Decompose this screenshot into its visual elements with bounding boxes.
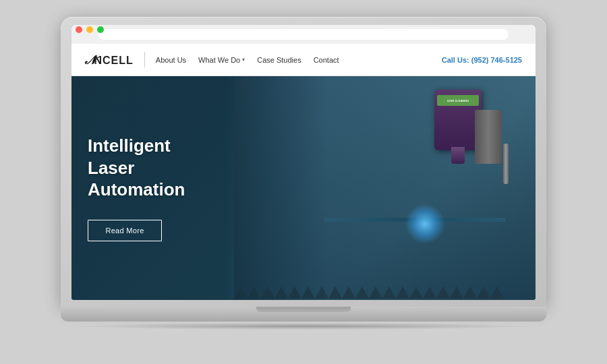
machine-label: LENS CLEANING: [437, 95, 479, 106]
logo-text: NCELL: [94, 55, 134, 66]
logo-area: 𝒩NCELL: [85, 52, 145, 67]
laptop-base: [61, 307, 546, 322]
nav-what-we-do[interactable]: What We Do ▾: [198, 56, 245, 64]
maximize-dot[interactable]: [97, 26, 104, 33]
machine-arm: [503, 144, 509, 184]
close-dot[interactable]: [76, 26, 82, 33]
spike: [355, 286, 369, 299]
hero-section: LENS CLEANING: [71, 76, 536, 300]
laser-glow: [405, 204, 445, 244]
hero-title-line1: Intelligent: [88, 135, 171, 156]
hero-title-line2: Laser: [88, 158, 134, 178]
logo-n-icon: 𝒩: [85, 53, 94, 67]
chevron-down-icon: ▾: [242, 57, 245, 63]
traffic-lights: [76, 26, 104, 33]
spike: [409, 286, 423, 299]
hero-title-line3: Automation: [88, 179, 185, 200]
machine-nozzle: [451, 147, 465, 164]
spike: [463, 286, 477, 299]
hero-content: Intelligent Laser Automation Read More: [71, 76, 326, 300]
spike: [369, 286, 382, 299]
read-more-button[interactable]: Read More: [88, 220, 162, 241]
nav-case-studies[interactable]: Case Studies: [257, 56, 301, 64]
spike: [342, 286, 355, 299]
site-navbar: 𝒩NCELL About Us What We Do ▾ Case Studie…: [71, 44, 536, 76]
spike: [382, 286, 396, 299]
spike: [450, 286, 463, 299]
laptop-shadow: [74, 323, 533, 330]
spike: [423, 286, 436, 299]
phone-number[interactable]: (952) 746-5125: [471, 56, 522, 64]
spike: [396, 286, 409, 299]
nav-contact[interactable]: Contact: [314, 56, 339, 64]
minimize-dot[interactable]: [86, 26, 93, 33]
spike: [490, 286, 504, 299]
spike: [436, 286, 450, 299]
spike: [477, 286, 490, 299]
gear-element: [475, 110, 502, 164]
address-bar-area: [71, 25, 536, 44]
logo: 𝒩NCELL: [85, 52, 134, 67]
call-us-text: Call Us: (952) 746-5125: [442, 56, 522, 64]
spike: [328, 286, 342, 299]
nav-about[interactable]: About Us: [156, 56, 186, 64]
nav-links: About Us What We Do ▾ Case Studies Conta…: [156, 56, 522, 64]
screen: 𝒩NCELL About Us What We Do ▾ Case Studie…: [71, 25, 536, 300]
hero-title: Intelligent Laser Automation: [88, 135, 310, 201]
laptop-container: 𝒩NCELL About Us What We Do ▾ Case Studie…: [61, 17, 546, 347]
address-bar[interactable]: [98, 29, 509, 40]
laptop-notch: [256, 307, 351, 312]
screen-bezel: 𝒩NCELL About Us What We Do ▾ Case Studie…: [61, 17, 546, 307]
